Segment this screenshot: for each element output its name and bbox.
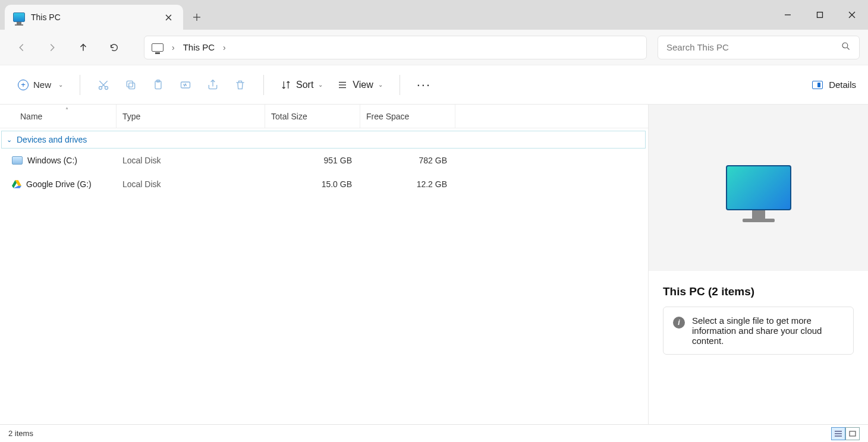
details-pane-icon: [812, 81, 823, 89]
column-header-name[interactable]: Name ˄: [0, 105, 117, 128]
drive-total-size: 951 GB: [265, 156, 360, 165]
search-icon[interactable]: [841, 42, 851, 53]
sort-button[interactable]: Sort ⌄: [275, 76, 329, 94]
tab-this-pc[interactable]: This PC: [5, 5, 183, 30]
this-pc-large-icon: [726, 165, 791, 210]
details-preview-area: [649, 105, 868, 271]
tab-close-button[interactable]: [162, 11, 175, 24]
back-button[interactable]: [8, 37, 34, 58]
view-switch: [831, 427, 860, 440]
sort-label: Sort: [296, 80, 313, 90]
copy-button[interactable]: [118, 74, 143, 96]
column-headers: Name ˄ Type Total Size Free Space: [0, 105, 648, 128]
svg-rect-16: [181, 82, 190, 88]
view-button[interactable]: View ⌄: [331, 76, 388, 94]
close-window-button[interactable]: [836, 0, 868, 30]
details-label: Details: [829, 80, 856, 90]
group-label: Devices and drives: [17, 135, 87, 144]
drive-row[interactable]: Google Drive (G:)Local Disk15.0 GB12.2 G…: [0, 172, 648, 196]
new-button[interactable]: + New ⌄: [12, 76, 69, 94]
chevron-right-icon[interactable]: ›: [223, 43, 226, 52]
more-options-button[interactable]: ···: [411, 77, 437, 93]
nav-row: › This PC ›: [0, 30, 868, 65]
svg-point-10: [99, 86, 102, 89]
chevron-down-icon: ⌄: [58, 81, 63, 88]
drive-free-space: 782 GB: [360, 156, 455, 165]
search-box[interactable]: [658, 36, 860, 59]
svg-rect-13: [127, 81, 133, 87]
new-label: New: [33, 80, 51, 90]
svg-point-8: [842, 43, 848, 48]
chevron-down-icon: ⌄: [318, 81, 323, 88]
svg-rect-5: [817, 12, 823, 18]
column-header-type[interactable]: Type: [117, 105, 265, 128]
info-icon: i: [673, 317, 685, 329]
paste-button[interactable]: [146, 74, 171, 96]
google-drive-icon: [12, 180, 21, 188]
rename-button[interactable]: [173, 74, 198, 96]
view-details-button[interactable]: [831, 427, 845, 440]
drive-free-space: 12.2 GB: [360, 179, 455, 189]
svg-point-11: [105, 86, 108, 89]
drive-type: Local Disk: [117, 179, 265, 189]
forward-button[interactable]: [39, 37, 65, 58]
pc-icon: [152, 43, 163, 52]
details-pane-toggle[interactable]: Details: [812, 80, 856, 90]
drive-name: Google Drive (G:): [26, 179, 92, 189]
column-header-free-space[interactable]: Free Space: [360, 105, 455, 128]
column-header-total-size[interactable]: Total Size: [265, 105, 360, 128]
cut-button[interactable]: [91, 74, 116, 96]
chevron-right-icon[interactable]: ›: [172, 43, 175, 52]
chevron-down-icon: ⌄: [7, 136, 12, 144]
window-controls: [772, 0, 868, 30]
status-text: 2 items: [8, 429, 33, 438]
this-pc-icon: [13, 12, 25, 22]
disk-icon: [12, 156, 23, 165]
refresh-button[interactable]: [101, 37, 127, 58]
search-input[interactable]: [666, 42, 841, 52]
drive-name: Windows (C:): [27, 156, 77, 165]
svg-line-9: [847, 48, 850, 50]
divider: [400, 75, 400, 95]
details-pane: This PC (2 items) i Select a single file…: [648, 105, 868, 424]
drive-row[interactable]: Windows (C:)Local Disk951 GB782 GB: [0, 149, 648, 172]
svg-rect-12: [129, 83, 135, 89]
breadcrumb-this-pc[interactable]: This PC: [183, 42, 215, 52]
maximize-button[interactable]: [804, 0, 836, 30]
drive-total-size: 15.0 GB: [265, 179, 360, 189]
up-button[interactable]: [70, 37, 96, 58]
details-hint-text: Select a single file to get more informa…: [692, 315, 844, 346]
address-bar[interactable]: › This PC ›: [144, 36, 647, 59]
tab-title: This PC: [31, 12, 156, 22]
divider: [80, 75, 80, 95]
command-bar: + New ⌄ Sort ⌄ View ⌄ ··· Details: [0, 65, 868, 105]
file-list-pane: Name ˄ Type Total Size Free Space ⌄ Devi…: [0, 105, 648, 424]
divider: [263, 75, 264, 95]
delete-button[interactable]: [228, 74, 253, 96]
view-large-icons-button[interactable]: [845, 427, 860, 440]
details-title: This PC (2 items): [649, 271, 868, 307]
new-tab-button[interactable]: [187, 7, 207, 27]
drive-type: Local Disk: [117, 156, 265, 165]
sort-indicator-icon: ˄: [65, 107, 68, 113]
chevron-down-icon: ⌄: [378, 81, 383, 88]
main-area: Name ˄ Type Total Size Free Space ⌄ Devi…: [0, 105, 868, 424]
titlebar: This PC: [0, 0, 868, 30]
group-devices-and-drives[interactable]: ⌄ Devices and drives: [1, 131, 646, 149]
minimize-button[interactable]: [772, 0, 804, 30]
plus-circle-icon: +: [18, 80, 29, 90]
status-bar: 2 items: [0, 424, 868, 442]
share-button[interactable]: [200, 74, 225, 96]
svg-rect-26: [850, 431, 856, 436]
view-label: View: [353, 80, 373, 90]
details-hint-card: i Select a single file to get more infor…: [663, 307, 854, 355]
